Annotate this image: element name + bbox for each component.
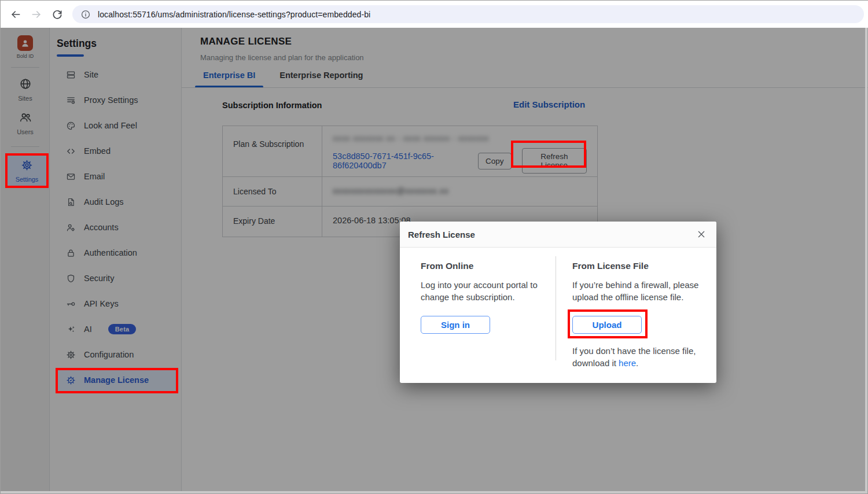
address-bar[interactable]: localhost:55716/ums/administration/licen… [72, 5, 864, 23]
forward-icon [31, 9, 42, 20]
window-frame-right [865, 1, 867, 493]
upload-button[interactable]: Upload [572, 316, 642, 334]
note-suffix: . [636, 358, 638, 368]
info-icon[interactable] [80, 9, 91, 20]
from-online-heading: From Online [421, 261, 546, 271]
browser-window: localhost:55716/ums/administration/licen… [0, 0, 868, 494]
url-text[interactable]: localhost:55716/ums/administration/licen… [98, 10, 370, 19]
here-link[interactable]: here [619, 358, 636, 368]
from-license-file-heading: From License File [572, 261, 704, 271]
back-icon[interactable] [10, 9, 21, 20]
from-online-section: From Online Log into your account portal… [421, 261, 546, 334]
reload-icon[interactable] [52, 9, 63, 20]
from-license-file-section: From License File If you’re behind a fir… [572, 261, 704, 369]
download-note: If you don’t have the license file, down… [572, 345, 704, 369]
sign-in-button[interactable]: Sign in [421, 316, 490, 334]
modal-header: Refresh License [400, 222, 716, 248]
modal-title: Refresh License [408, 230, 475, 239]
close-icon[interactable] [697, 230, 706, 239]
browser-toolbar: localhost:55716/ums/administration/licen… [1, 1, 868, 28]
refresh-license-modal: Refresh License From Online Log into you… [400, 222, 716, 383]
from-license-file-text: If you’re behind a firewall, please uplo… [572, 279, 704, 303]
from-online-text: Log into your account portal to change t… [421, 279, 546, 303]
window-frame-bottom [1, 491, 867, 493]
modal-column-divider [556, 256, 556, 360]
